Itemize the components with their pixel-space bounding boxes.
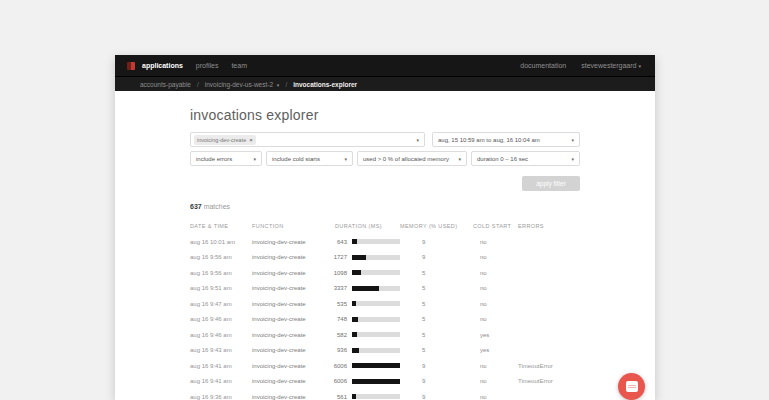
nav-item-applications[interactable]: applications [142,62,183,69]
cell-cold-start: yes [473,347,518,353]
duration-bar-track [352,348,400,353]
apply-filter-button[interactable]: apply filter [522,176,580,191]
remove-tag-icon[interactable]: × [249,137,253,143]
chevron-down-icon: ▾ [571,156,574,162]
cell-datetime: aug 16 9:47 am [190,301,252,307]
table-row[interactable]: aug 16 9:43 am invoicing-dev-create 936 … [190,343,580,359]
cell-function: invoicing-dev-create [252,378,330,384]
cell-memory-used: 5 [400,347,473,353]
col-header-duration: duration (ms) [335,223,400,229]
cell-memory-used: 9 [400,254,473,260]
duration-bar-track [352,286,400,291]
cell-function: invoicing-dev-create [252,301,330,307]
date-range-select[interactable]: aug, 15 10:59 am to aug, 16 10:04 am ▾ [432,132,580,147]
cell-memory-used: 5 [400,285,473,291]
cell-function: invoicing-dev-create [252,363,330,369]
breadcrumb-separator: / [285,81,287,88]
user-menu[interactable]: stevewestergaard▾ [581,62,641,69]
col-header-datetime: date & time [190,223,252,229]
breadcrumb-app-selector[interactable]: invoicing-dev-us-west-2 ▾ [205,81,280,88]
apply-filter-row: apply filter [190,176,580,191]
col-header-memory: memory (% used) [400,223,473,229]
filter-row-primary: invoicing-dev-create × ▾ aug, 15 10:59 a… [190,132,580,147]
errors-filter-select[interactable]: include errors ▾ [190,151,262,166]
cell-function: invoicing-dev-create [252,316,330,322]
main-content: invocations explorer invoicing-dev-creat… [190,107,580,400]
chevron-down-icon: ▾ [638,63,641,69]
cold-starts-filter-select[interactable]: include cold starts ▾ [266,151,353,166]
matches-count: 637 [190,203,202,210]
duration-bar-fill [352,255,366,260]
cell-cold-start: no [473,378,518,384]
cell-duration-ms: 1098 [330,270,347,276]
table-row[interactable]: aug 16 9:56 am invoicing-dev-create 1727… [190,250,580,266]
function-filter-select[interactable]: invoicing-dev-create × ▾ [190,132,425,147]
duration-bar-track [352,270,400,275]
chevron-down-icon: ▾ [416,137,419,143]
nav-item-profiles[interactable]: profiles [196,62,219,69]
cell-datetime: aug 16 9:43 am [190,347,252,353]
cell-datetime: aug 16 9:56 am [190,254,252,260]
memory-filter-select[interactable]: used > 0 % of allocated memory ▾ [357,151,467,166]
duration-bar-track [352,363,400,368]
duration-bar-track [352,394,400,399]
duration-bar-track [352,301,400,306]
table-row[interactable]: aug 16 9:41 am invoicing-dev-create 6006… [190,374,580,390]
cell-memory-used: 5 [400,332,473,338]
duration-bar-track [352,332,400,337]
col-header-errors: errors [518,223,580,229]
cell-duration-ms: 748 [330,316,347,322]
nav-item-documentation[interactable]: documentation [520,62,566,69]
table-row[interactable]: aug 16 9:47 am invoicing-dev-create 535 … [190,296,580,312]
duration-bar-track [352,379,400,384]
duration-bar-track [352,239,400,244]
cell-cold-start: no [473,239,518,245]
breadcrumb-current-page: invocations-explorer [293,81,357,88]
duration-filter-select[interactable]: duration 0 – 16 sec ▾ [471,151,580,166]
iopipe-logo-icon[interactable] [127,62,135,70]
cell-memory-used: 5 [400,270,473,276]
cold-starts-filter-value: include cold starts [272,156,320,162]
cell-cold-start: no [473,363,518,369]
cell-errors: TimeoutError [518,363,580,369]
cell-datetime: aug 16 10:01 am [190,239,252,245]
table-row[interactable]: aug 16 9:56 am invoicing-dev-create 1098… [190,265,580,281]
table-row[interactable]: aug 16 9:51 am invoicing-dev-create 3337… [190,281,580,297]
breadcrumb-account[interactable]: accounts-payable [140,81,191,88]
chevron-down-icon: ▾ [253,156,256,162]
duration-bar-track [352,255,400,260]
cell-duration-ms: 6006 [330,363,347,369]
duration-bar-fill [352,286,379,291]
cell-memory-used: 5 [400,301,473,307]
matches-summary: 637 matches [190,203,580,210]
nav-item-team[interactable]: team [231,62,247,69]
cell-cold-start: no [473,301,518,307]
breadcrumb: accounts-payable / invoicing-dev-us-west… [115,76,655,91]
chevron-down-icon: ▾ [344,156,347,162]
cell-duration-ms: 1727 [330,254,347,260]
cell-datetime: aug 16 9:51 am [190,285,252,291]
chevron-down-icon: ▾ [458,156,461,162]
errors-filter-value: include errors [196,156,232,162]
app-window: applications profiles team documentation… [115,55,655,400]
chevron-down-icon: ▾ [571,137,574,143]
cell-duration-ms: 936 [330,347,347,353]
cell-function: invoicing-dev-create [252,285,330,291]
invocations-table: date & time function duration (ms) memor… [190,218,580,400]
table-row[interactable]: aug 16 9:36 am invoicing-dev-create 561 … [190,389,580,400]
chat-bubble-icon [626,381,638,392]
cell-duration-ms: 643 [330,239,347,245]
memory-filter-value: used > 0 % of allocated memory [363,156,449,162]
date-range-value: aug, 15 10:59 am to aug, 16 10:04 am [438,137,540,143]
cell-duration-ms: 6006 [330,378,347,384]
chat-launcher-button[interactable] [618,373,645,400]
table-row[interactable]: aug 16 10:01 am invoicing-dev-create 643… [190,234,580,250]
table-row[interactable]: aug 16 9:46 am invoicing-dev-create 748 … [190,312,580,328]
cell-datetime: aug 16 9:41 am [190,378,252,384]
cell-function: invoicing-dev-create [252,239,330,245]
duration-bar-fill [352,348,359,353]
table-row[interactable]: aug 16 9:41 am invoicing-dev-create 6006… [190,358,580,374]
table-row[interactable]: aug 16 9:46 am invoicing-dev-create 582 … [190,327,580,343]
filter-row-secondary: include errors ▾ include cold starts ▾ u… [190,151,580,166]
duration-bar-fill [352,379,400,384]
